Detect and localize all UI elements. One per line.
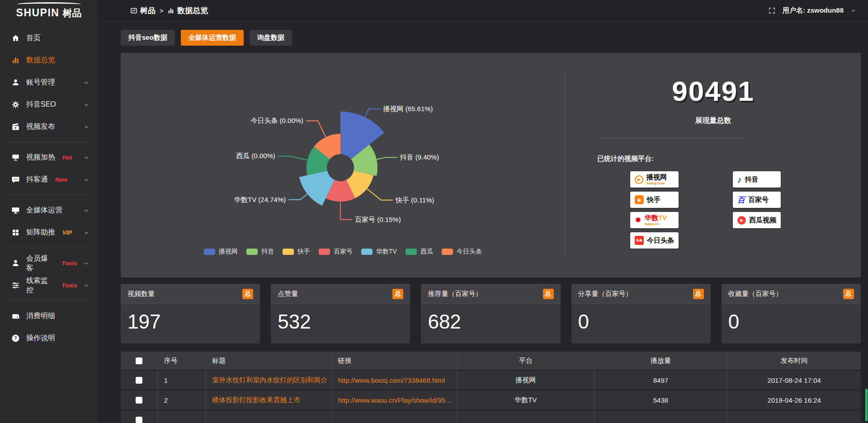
cell-platform: 播视网 (458, 371, 594, 390)
sidebar-item[interactable]: 视频发布 (0, 116, 98, 138)
select-all-checkbox[interactable] (136, 357, 142, 364)
cell-video-link[interactable]: http://www.wasu.cn/Play/show/id/952... (332, 390, 458, 409)
legend-swatch (204, 249, 215, 255)
stat-card-title: 视频数量 (127, 290, 155, 298)
row-checkbox[interactable] (136, 397, 142, 404)
pie-label-line (377, 157, 397, 159)
cell-video-title[interactable]: 室外水纹灯和室内水纹灯的区别和简介 (206, 371, 331, 390)
app-logo[interactable]: SHUPIN 树品 (0, 0, 98, 22)
sidebar-item[interactable]: 会员爆客Tools (0, 252, 98, 274)
sidebar-item-badge: Hot (62, 154, 72, 161)
logo-text-cn: 树品 (62, 7, 81, 19)
legend-item[interactable]: 华数TV (361, 248, 397, 256)
pie-label: 西瓜 (0.00%) (236, 152, 275, 160)
stat-card-title: 收藏量（百家号） (728, 290, 783, 298)
legend-item[interactable]: 西瓜 (406, 248, 433, 256)
platform-sub-label: boosj.com (646, 182, 667, 185)
legend-label: 播视网 (219, 248, 238, 256)
tab-active[interactable]: 全媒体运营数据 (181, 30, 244, 46)
sidebar-item[interactable]: ?操作说明 (0, 327, 98, 349)
sidebar-item-label: 首页 (26, 33, 41, 43)
table-row: 1室外水纹灯和室内水纹灯的区别和简介http://www.boosj.com/7… (121, 371, 861, 390)
sidebar-item[interactable]: 抖音SEO (0, 94, 98, 116)
impressions-summary: 90491 展现量总数 已统计的视频平台: ▶播视网boosj.com◉快手✹华… (566, 53, 861, 277)
fullscreen-icon[interactable] (768, 7, 776, 14)
legend-item[interactable]: 今日头条 (442, 248, 482, 256)
pie-label-line (340, 202, 352, 220)
legend-label: 今日头条 (457, 248, 482, 256)
sidebar-item[interactable]: 首页 (0, 27, 98, 49)
cell-index: 1 (158, 371, 206, 390)
topbar: SHUPIN 树品 树品 > 数据总览 用户名: zswodun88 (0, 0, 868, 22)
summary-divider (601, 138, 742, 138)
platform-logo-grid: ▶播视网boosj.com◉快手✹华数TVwasu.cn头条今日头条♪抖音百百家… (630, 171, 861, 249)
sidebar-item[interactable]: 矩阵助推VIP (0, 221, 98, 244)
member-icon (11, 259, 20, 268)
toutiao-logo-icon: 头条 (635, 236, 644, 245)
tab-inactive[interactable]: 询盘数据 (250, 30, 292, 46)
column-header: 标题 (206, 352, 331, 370)
legend-item[interactable]: 百家号 (319, 248, 353, 256)
legend-item[interactable]: 快手 (283, 248, 310, 256)
scrollbar-thumb[interactable] (865, 389, 868, 421)
column-header: 发布时间 (727, 352, 861, 370)
chevron-down-icon (83, 207, 90, 214)
total-badge: 总 (843, 289, 854, 299)
column-header: 播放量 (594, 352, 728, 370)
pie-slice[interactable] (299, 171, 335, 206)
chevron-down-icon (83, 177, 90, 183)
home-icon (11, 34, 20, 42)
sidebar-item[interactable]: 全媒体运营 (0, 199, 98, 221)
sidebar-item-label: 消费明细 (26, 311, 55, 321)
app-window-icon (130, 7, 137, 14)
logo-text: SHUPIN 树品 (16, 7, 82, 19)
row-checkbox[interactable] (136, 377, 142, 384)
breadcrumb-separator: > (160, 7, 163, 14)
sidebar-item-label: 矩阵助推 (26, 228, 55, 237)
stat-cards-row: 视频数量总197点赞量总532推荐量（百家号）总682分享量（百家号）总0收藏量… (121, 284, 861, 343)
videos-table: 序号标题链接平台播放量发布时间1室外水纹灯和室内水纹灯的区别和简介http://… (121, 351, 861, 423)
platform-logo-column: ▶播视网boosj.com◉快手✹华数TVwasu.cn头条今日头条 (630, 171, 679, 249)
stat-card-header: 视频数量总 (121, 284, 260, 304)
stat-card-header: 点赞量总 (271, 284, 410, 304)
column-header: 平台 (458, 352, 594, 370)
sidebar-divider (7, 195, 90, 195)
breadcrumb-root-label: 树品 (140, 5, 156, 16)
total-impressions-label: 展现量总数 (566, 116, 861, 126)
chevron-down-icon (83, 260, 90, 267)
sidebar-item-label: 数据总览 (26, 56, 55, 65)
cell-publish-time: 2017-08-24 17:04 (727, 371, 861, 390)
tab-inactive[interactable]: 抖音seo数据 (121, 30, 175, 46)
breadcrumb: 树品 > 数据总览 (130, 5, 208, 16)
stat-card: 收藏量（百家号）总0 (722, 284, 861, 343)
sidebar-item-label: 操作说明 (26, 334, 55, 343)
legend-swatch (246, 249, 258, 255)
cell-video-title[interactable]: 楼体投影灯投影效果震撼上市 (206, 390, 331, 409)
cell-video-link[interactable]: http://www.boosj.com/7338468.html (332, 371, 458, 390)
chevron-down-icon[interactable] (850, 8, 856, 14)
xigua-logo-icon: ▶ (737, 216, 746, 225)
sidebar-item[interactable]: 抖客通New (0, 169, 98, 191)
legend-label: 华数TV (376, 248, 397, 256)
legend-item[interactable]: 抖音 (246, 248, 274, 256)
pie-label: 抖音 (9.40%) (400, 153, 439, 161)
sidebar-item[interactable]: 视频加热Hot (0, 146, 98, 169)
logo-text-en: SHUPIN (16, 7, 60, 19)
platform-name: 抖音 (745, 176, 759, 183)
sidebar-item-label: 视频加热 (26, 153, 55, 162)
breadcrumb-root[interactable]: 树品 (130, 5, 156, 16)
pie-chart-svg: 播视网 (65.61%)抖音 (9.40%)快手 (0.11%)百家号 (0.1… (121, 53, 565, 277)
row-checkbox[interactable] (136, 417, 142, 423)
sidebar-item[interactable]: 线索监控Tools (0, 274, 98, 296)
legend-swatch (319, 249, 330, 255)
legend-item[interactable]: 播视网 (204, 248, 238, 256)
chevron-down-icon (83, 102, 90, 108)
sidebar-item[interactable]: 数据总览 (0, 49, 98, 71)
total-badge: 总 (242, 289, 253, 299)
sidebar-item[interactable]: 账号管理 (0, 71, 98, 94)
sidebar-item[interactable]: 消费明细 (0, 305, 98, 327)
breadcrumb-current[interactable]: 数据总览 (167, 5, 208, 16)
data-tabs: 抖音seo数据全媒体运营数据询盘数据 (121, 30, 861, 46)
platform-logo-badge: 头条今日头条 (630, 232, 679, 249)
sliders-icon (11, 281, 20, 290)
